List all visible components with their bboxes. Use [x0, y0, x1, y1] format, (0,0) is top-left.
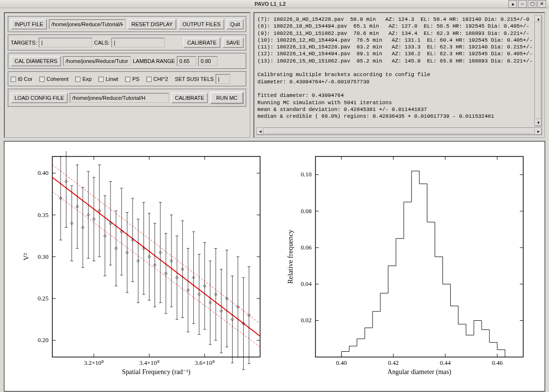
scroll-thumb[interactable] [535, 22, 541, 119]
output-files-button[interactable]: OUTPUT FILES [178, 19, 224, 30]
minimize-icon[interactable]: – [518, 0, 527, 8]
checkbox-t0-cor[interactable]: t0 Cor [11, 76, 32, 82]
svg-line-29 [52, 191, 260, 347]
lambda-max-field[interactable] [198, 56, 218, 66]
svg-text:3.2×10⁸: 3.2×10⁸ [84, 360, 104, 366]
scroll-right-icon[interactable]: ▸ [535, 128, 542, 135]
lambda-min-field[interactable] [177, 56, 196, 66]
calibrate-button-2[interactable]: CALIBRATE [171, 93, 208, 103]
svg-text:0.02: 0.02 [300, 317, 311, 324]
collapse-icon[interactable]: ▴ [508, 0, 517, 8]
svg-text:0.30: 0.30 [38, 253, 48, 260]
window-title: PAVO L1_L2 [32, 1, 508, 7]
cals-label: CALS: [94, 40, 110, 46]
main-window: PAVO L1_L2 ▴ – ▢ ✕ INPUT FILE RESET DISP… [0, 0, 549, 392]
checkbox-box-icon[interactable] [125, 77, 130, 82]
checkbox-box-icon[interactable] [146, 77, 152, 82]
checkbox-coherent[interactable]: Coherent [39, 76, 68, 82]
reset-display-button[interactable]: RESET DISPLAY [127, 19, 176, 30]
cals-field[interactable] [111, 38, 165, 47]
checkbox-label: CHI^2 [154, 76, 168, 82]
cal-diameters-button[interactable]: CAL DIAMETERS [11, 56, 61, 66]
lambda-range-label: LAMBDA RANGE [133, 58, 175, 64]
checkbox-box-icon[interactable] [75, 77, 80, 82]
targets-field[interactable] [39, 38, 92, 47]
svg-text:0.40: 0.40 [336, 360, 346, 366]
targets-label: TARGETS: [11, 40, 37, 46]
input-file-button[interactable]: INPUT FILE [11, 19, 47, 30]
plot-v2-vs-freq: 0.200.250.300.350.403.2×10⁸3.4×10⁸3.6×10… [19, 151, 267, 381]
config-path-field[interactable] [70, 93, 169, 103]
calibrate-button-1[interactable]: CALIBRATE [183, 37, 220, 48]
checkbox-label: t0 Cor [18, 76, 32, 82]
svg-text:Relative frequency: Relative frequency [286, 229, 294, 284]
svg-text:0.20: 0.20 [38, 337, 48, 344]
checkbox-chi-2[interactable]: CHI^2 [146, 76, 168, 82]
input-path-field[interactable] [49, 19, 125, 29]
susi-tels-field[interactable] [216, 74, 230, 84]
svg-text:0.46: 0.46 [491, 360, 502, 366]
close-icon[interactable]: ✕ [537, 0, 546, 8]
checkbox-exp[interactable]: Exp [75, 76, 92, 82]
checkbox-box-icon[interactable] [11, 77, 16, 82]
checkbox-ps[interactable]: PS [125, 76, 140, 82]
svg-text:Spatial Frequency (rad⁻¹): Spatial Frequency (rad⁻¹) [122, 368, 190, 376]
svg-text:3.6×10⁸: 3.6×10⁸ [195, 360, 215, 366]
save-button[interactable]: SAVE [222, 37, 244, 48]
log-scrollbar-horizontal[interactable]: ◂ ▸ [256, 127, 542, 135]
svg-text:3.4×10⁸: 3.4×10⁸ [140, 360, 159, 366]
svg-line-27 [52, 177, 260, 336]
svg-text:Angular diameter (mas): Angular diameter (mas) [387, 368, 451, 376]
checkbox-label: Linwt [106, 76, 118, 82]
titlebar: PAVO L1_L2 ▴ – ▢ ✕ [0, 0, 549, 8]
checkbox-label: PS [132, 76, 140, 82]
scroll-left-icon[interactable]: ◂ [257, 128, 264, 135]
quit-button[interactable]: Quit [226, 19, 244, 30]
checkbox-box-icon[interactable] [39, 77, 45, 82]
checkbox-linwt[interactable]: Linwt [98, 76, 118, 82]
svg-text:0.40: 0.40 [38, 170, 48, 176]
svg-text:0.10: 0.10 [300, 171, 311, 178]
checkbox-box-icon[interactable] [98, 77, 104, 82]
controls-panel: INPUT FILE RESET DISPLAY OUTPUT FILES Qu… [4, 12, 251, 138]
svg-line-28 [52, 165, 260, 324]
scroll-up-icon[interactable]: ▴ [535, 16, 542, 22]
scroll-down-icon[interactable]: ▾ [535, 119, 542, 126]
svg-text:0.08: 0.08 [300, 208, 311, 215]
scroll-thumb-h[interactable] [264, 128, 535, 134]
plot-histogram: 0.020.040.060.080.100.400.420.440.46Angu… [282, 151, 531, 381]
svg-rect-135 [315, 157, 523, 357]
checkbox-label: Coherent [47, 76, 68, 82]
load-config-button[interactable]: LOAD CONFIG FILE [11, 93, 68, 103]
svg-text:V²: V² [22, 253, 30, 261]
svg-text:0.35: 0.35 [38, 212, 48, 219]
plot-area: 0.200.250.300.350.403.2×10⁸3.4×10⁸3.6×10… [4, 141, 545, 392]
svg-text:0.04: 0.04 [300, 281, 312, 287]
run-mc-button[interactable]: RUN MC [210, 92, 244, 104]
cal-dia-path-field[interactable] [63, 56, 131, 66]
log-panel: (7): 180226_9_HD_154228.pav 58.9 min AZ:… [253, 12, 545, 138]
svg-text:0.44: 0.44 [439, 360, 451, 366]
svg-text:0.25: 0.25 [38, 295, 48, 302]
checkbox-label: Exp [82, 76, 92, 82]
log-output: (7): 180226_9_HD_154228.pav 58.9 min AZ:… [256, 15, 533, 126]
maximize-icon[interactable]: ▢ [528, 0, 536, 8]
svg-text:0.42: 0.42 [388, 360, 398, 366]
log-scrollbar-vertical[interactable]: ▴ ▾ [534, 15, 542, 126]
svg-text:0.06: 0.06 [300, 244, 312, 251]
set-susi-tels-label: SET SUSI TELS [175, 76, 214, 82]
